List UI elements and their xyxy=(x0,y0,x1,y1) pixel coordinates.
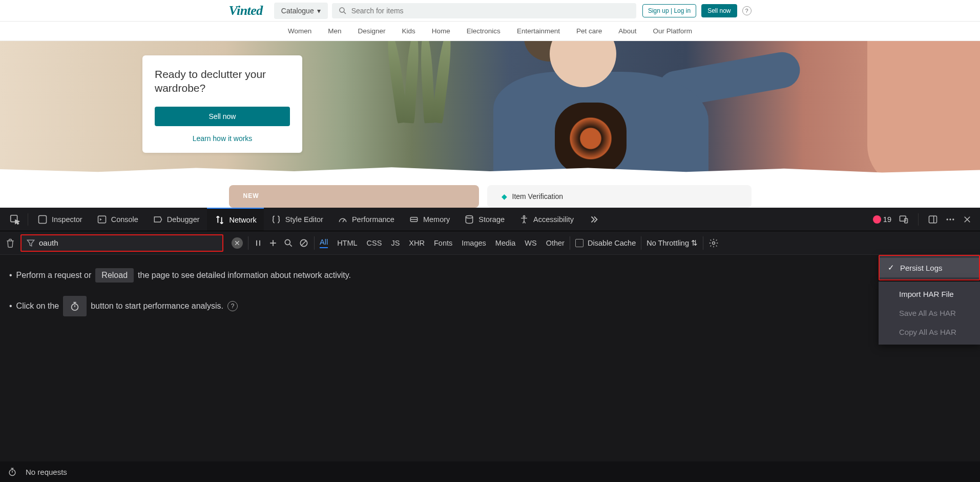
stopwatch-icon[interactable] xyxy=(7,467,17,477)
diamond-icon: ◆ xyxy=(502,192,507,200)
svg-rect-4 xyxy=(98,216,106,223)
filter-xhr[interactable]: XHR xyxy=(409,239,425,247)
block-icon[interactable] xyxy=(299,238,309,248)
stopwatch-icon xyxy=(69,300,80,312)
hero-sell-now-button[interactable]: Sell now xyxy=(155,107,290,126)
filter-icon xyxy=(26,238,36,248)
filter-urls-input[interactable] xyxy=(39,238,222,247)
devtools-tabbar: Inspector Console Debugger Network Style… xyxy=(0,208,980,231)
pause-icon[interactable] xyxy=(254,238,263,248)
promo-card-new[interactable]: NEW xyxy=(229,185,479,208)
catalogue-button[interactable]: Catalogue ▾ xyxy=(274,3,328,19)
check-icon: ✓ xyxy=(888,263,895,272)
tab-network[interactable]: Network xyxy=(207,208,264,231)
svg-line-26 xyxy=(301,240,306,246)
responsive-icon[interactable] xyxy=(899,214,909,225)
tab-debugger[interactable]: Debugger xyxy=(145,208,207,231)
hint-line-2: • Click on the button to start performan… xyxy=(9,296,971,316)
filter-css[interactable]: CSS xyxy=(367,239,382,247)
nav-item[interactable]: Electronics xyxy=(467,27,501,35)
tab-overflow[interactable] xyxy=(581,208,607,231)
filter-ws[interactable]: WS xyxy=(525,239,536,247)
vinted-logo[interactable]: Vinted xyxy=(229,3,263,18)
reload-button[interactable]: Reload xyxy=(95,268,134,283)
meatballs-icon[interactable] xyxy=(945,214,955,225)
tab-memory[interactable]: Memory xyxy=(402,208,457,231)
menu-import-har[interactable]: Import HAR File xyxy=(879,285,980,304)
promo-card-verification[interactable]: ◆ Item Verification xyxy=(487,185,752,208)
search-icon[interactable] xyxy=(283,238,294,248)
footer-status: No requests xyxy=(26,468,67,476)
debugger-icon xyxy=(153,214,163,225)
filter-html[interactable]: HTML xyxy=(337,239,357,247)
search-input[interactable] xyxy=(351,7,630,15)
svg-rect-3 xyxy=(39,215,47,223)
tab-inspector[interactable]: Inspector xyxy=(30,208,90,231)
gear-icon[interactable] xyxy=(708,238,719,248)
nav-item[interactable]: Designer xyxy=(358,27,386,35)
dock-icon[interactable] xyxy=(928,214,938,225)
new-badge: NEW xyxy=(243,192,259,199)
filter-fonts[interactable]: Fonts xyxy=(434,239,452,247)
nav-item[interactable]: Home xyxy=(432,27,450,35)
close-icon[interactable] xyxy=(963,215,972,224)
sort-icon: ⇅ xyxy=(691,239,698,247)
header-inner: Vinted Catalogue ▾ Sign up | Log in Sell… xyxy=(229,3,752,19)
svg-point-27 xyxy=(713,242,715,244)
hint-line-1: • Perform a request or Reload the page t… xyxy=(9,268,971,283)
error-count[interactable]: 19 xyxy=(873,215,891,224)
clear-filter-button[interactable]: ✕ xyxy=(232,237,243,249)
vinted-nav: Women Men Designer Kids Home Electronics… xyxy=(0,22,980,41)
throttling-select[interactable]: No Throttling ⇅ xyxy=(647,239,698,247)
signup-login-button[interactable]: Sign up | Log in xyxy=(642,4,696,17)
svg-line-5 xyxy=(343,219,344,222)
network-body: • Perform a request or Reload the page t… xyxy=(0,255,980,461)
nav-item[interactable]: Our Platform xyxy=(653,27,692,35)
search-bar[interactable] xyxy=(332,3,636,18)
nav-item[interactable]: Entertainment xyxy=(517,27,560,35)
learn-how-link[interactable]: Learn how it works xyxy=(155,134,290,143)
disable-cache-checkbox[interactable]: Disable Cache xyxy=(575,239,636,247)
nav-item[interactable]: Pet care xyxy=(576,27,602,35)
promo-verify-label: Item Verification xyxy=(512,192,564,200)
tab-accessibility[interactable]: Accessibility xyxy=(512,208,581,231)
filter-js[interactable]: JS xyxy=(391,239,400,247)
plus-icon[interactable] xyxy=(268,238,278,248)
chevron-down-icon: ▾ xyxy=(317,7,321,15)
tab-style-editor[interactable]: Style Editor xyxy=(264,208,330,231)
memory-icon xyxy=(409,214,419,225)
svg-point-23 xyxy=(285,239,290,245)
header-right: Sign up | Log in Sell now ? xyxy=(642,4,752,17)
filter-media[interactable]: Media xyxy=(495,239,516,247)
hero-image xyxy=(411,41,980,177)
tab-storage[interactable]: Storage xyxy=(457,208,512,231)
tab-performance[interactable]: Performance xyxy=(330,208,402,231)
console-icon xyxy=(97,214,107,225)
filter-images[interactable]: Images xyxy=(462,239,486,247)
catalogue-label: Catalogue xyxy=(281,7,314,15)
menu-copy-har: Copy All As HAR xyxy=(879,323,980,342)
trash-icon[interactable] xyxy=(5,238,15,248)
menu-persist-logs[interactable]: ✓ Persist Logs xyxy=(880,258,979,277)
pick-element-button[interactable] xyxy=(4,208,26,231)
menu-save-har: Save All As HAR xyxy=(879,304,980,323)
devtools-topright: 19 xyxy=(873,213,976,226)
network-settings-menu-rest: Import HAR File Save All As HAR Copy All… xyxy=(879,282,980,345)
vinted-page: Vinted Catalogue ▾ Sign up | Log in Sell… xyxy=(0,0,980,208)
tab-console[interactable]: Console xyxy=(90,208,145,231)
svg-line-24 xyxy=(290,244,292,246)
below-hero: NEW ◆ Item Verification xyxy=(229,185,752,208)
stopwatch-button[interactable] xyxy=(63,296,87,316)
help-icon[interactable]: ? xyxy=(742,6,752,15)
nav-item[interactable]: Men xyxy=(328,27,341,35)
nav-item[interactable]: Women xyxy=(288,27,311,35)
sell-now-button[interactable]: Sell now xyxy=(701,4,737,17)
filter-urls-box[interactable] xyxy=(20,234,223,252)
search-icon xyxy=(338,6,347,15)
filter-other[interactable]: Other xyxy=(546,239,565,247)
nav-item[interactable]: Kids xyxy=(402,27,415,35)
help-icon[interactable]: ? xyxy=(227,301,238,311)
nav-item[interactable]: About xyxy=(618,27,636,35)
filter-all[interactable]: All xyxy=(320,238,328,248)
svg-point-16 xyxy=(952,218,954,220)
